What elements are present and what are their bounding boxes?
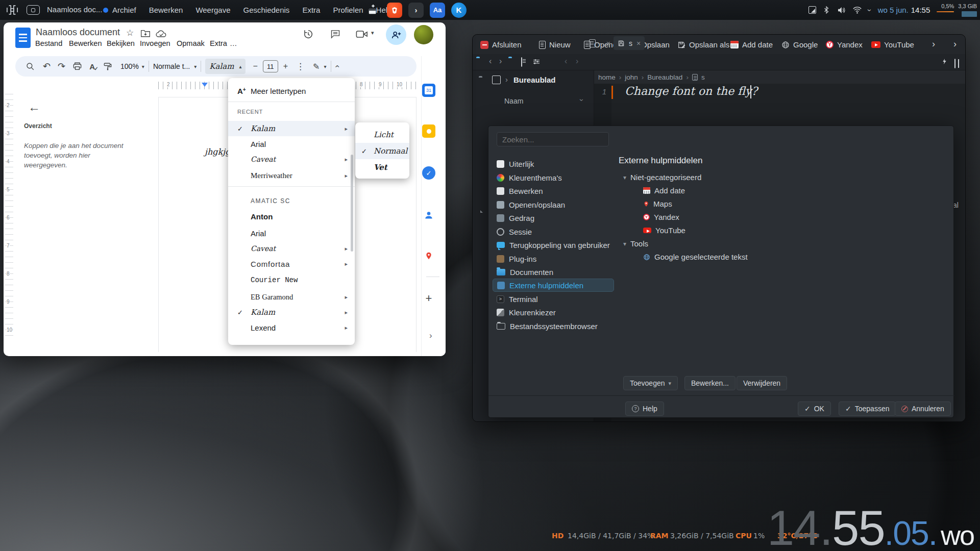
active-app-title[interactable]: Naamloos doc...	[47, 5, 102, 14]
font-item-arial-recent[interactable]: Arial	[228, 136, 355, 152]
expander-icon[interactable]: ▾	[623, 174, 626, 181]
move-to-folder-icon[interactable]	[140, 29, 151, 38]
nav-bestandssysteembrowser[interactable]: Bestandssysteembrowser	[493, 319, 614, 333]
editing-mode-pen-icon[interactable]: ✎	[313, 62, 320, 71]
font-item-amatic[interactable]: AMATIC SC	[228, 193, 355, 209]
font-size-value[interactable]: 11	[263, 60, 278, 72]
menu-opmaak[interactable]: Opmaak	[177, 39, 205, 47]
editing-mode-caret-icon[interactable]: ▾	[324, 64, 327, 69]
ok-button[interactable]: ✓ OK	[798, 402, 831, 416]
breadcrumb-john[interactable]: john	[625, 73, 638, 81]
nav-bewerken[interactable]: Bewerken	[493, 184, 614, 197]
apply-button[interactable]: ✓ Toepassen	[839, 402, 896, 416]
window-tiling-icon[interactable]	[6, 5, 18, 15]
video-caret-icon[interactable]: ▾	[371, 30, 374, 36]
dropdown-scrollbar[interactable]	[351, 155, 353, 252]
toolbar-overflow-chevron[interactable]: ›	[932, 39, 935, 49]
tree-item-maps[interactable]: Maps	[643, 199, 672, 208]
volume-icon[interactable]	[837, 6, 846, 15]
sort-filter-icon[interactable]	[532, 58, 541, 65]
yandex-tool-button[interactable]: Y Yandex	[826, 40, 863, 49]
google-docs-logo[interactable]	[15, 28, 31, 48]
tasks-app-icon[interactable]: ✓	[422, 166, 435, 180]
comments-icon[interactable]	[330, 29, 340, 39]
screenshot-tool-task-icon[interactable]	[365, 3, 381, 18]
save-as-button[interactable]: Opslaan als	[677, 40, 729, 49]
font-item-courier-new[interactable]: Courier New	[228, 272, 355, 288]
editor-text[interactable]: Change font on the fly?	[625, 85, 757, 97]
tabs-scroll-left-icon[interactable]: ‹	[565, 57, 567, 66]
calendar-app-icon[interactable]: 31	[422, 84, 435, 97]
nav-uiterlijk[interactable]: Uiterlijk	[493, 157, 614, 170]
split-view-icon[interactable]	[954, 59, 955, 68]
font-item-kalam-recent[interactable]: ✓ Kalam ▸	[228, 121, 355, 136]
font-item-eb-garamond[interactable]: EB Garamond ▸	[228, 289, 355, 305]
menu-profielen[interactable]: Profielen	[333, 6, 363, 14]
search-icon[interactable]	[26, 62, 35, 71]
tree-item-add-date[interactable]: Add date	[643, 186, 685, 195]
nav-plugins[interactable]: Plug-ins	[493, 252, 614, 265]
tree-item-yandex[interactable]: Y Yandex	[643, 213, 679, 221]
nav-externe-hulpmiddelen[interactable]: Externe hulpmiddelen	[493, 279, 614, 292]
sidebar-root-folder[interactable]: Bureaublad	[513, 76, 556, 84]
quick-open-lightning-icon[interactable]	[941, 58, 948, 65]
sort-direction-icon[interactable]: ›	[578, 99, 586, 102]
cloud-status-icon[interactable]	[156, 30, 167, 38]
tree-group-uncategorized[interactable]: ▾ Niet-gecategoriseerd	[623, 173, 701, 182]
nav-terugkoppeling[interactable]: Terugkoppeling van gebruiker	[493, 238, 614, 252]
forward-chevron-icon[interactable]: ›	[499, 57, 502, 66]
add-date-button[interactable]: Add date	[730, 40, 773, 49]
font-item-anton[interactable]: Anton	[228, 209, 355, 224]
new-document-button[interactable]: Nieuw	[539, 40, 571, 49]
nav-sessie[interactable]: Sessie	[493, 225, 614, 238]
close-outline-icon[interactable]: ←	[28, 100, 40, 114]
nav-documenten[interactable]: Documenten	[493, 265, 614, 279]
paint-format-icon[interactable]	[103, 62, 112, 71]
sidebar-column-header[interactable]: Naam	[504, 97, 523, 105]
tree-item-youtube[interactable]: YouTube	[643, 226, 685, 235]
breadcrumb-file-s[interactable]: s	[701, 73, 705, 81]
indent-marker[interactable]	[202, 83, 208, 87]
close-tab-icon[interactable]: ×	[636, 39, 641, 47]
undo-icon[interactable]: ↶	[43, 61, 51, 72]
more-fonts-item[interactable]: A+ Meer lettertypen	[228, 81, 355, 101]
bluetooth-icon[interactable]	[823, 6, 830, 14]
help-button[interactable]: ? Help	[625, 402, 664, 416]
close-tab-icon[interactable]: ×	[606, 39, 610, 47]
settings-search-input[interactable]	[497, 132, 609, 146]
contacts-app-icon[interactable]	[422, 208, 435, 221]
expander-icon[interactable]: ›	[505, 75, 508, 84]
tray-expand-chevron-icon[interactable]: ›	[866, 9, 874, 11]
paragraph-style-value[interactable]: Normale t...	[153, 62, 190, 70]
youtube-tool-button[interactable]: YouTube	[871, 40, 914, 49]
decrease-font-size-icon[interactable]: −	[253, 62, 257, 71]
remove-tool-button[interactable]: Verwijderen	[737, 376, 787, 390]
account-avatar[interactable]	[414, 25, 433, 44]
menu-bestand[interactable]: Bestand	[35, 39, 62, 47]
menu-bewerken[interactable]: Bewerken	[149, 6, 183, 14]
nav-openen-opslaan[interactable]: Openen/opslaan	[493, 198, 614, 211]
symbols-icon[interactable]	[521, 57, 522, 67]
more-options-kebab-icon[interactable]: ⋮	[296, 61, 305, 72]
kate-app-icon[interactable]: K	[451, 3, 467, 18]
menu-extra[interactable]: Extra	[302, 6, 320, 14]
system-monitor-widget[interactable]: 0,5% 3,3 GiB	[937, 4, 977, 17]
document-title[interactable]: Naamloos document	[36, 27, 120, 38]
hide-menus-chevron-icon[interactable]: ›	[332, 65, 341, 67]
tab-s[interactable]: s ×	[614, 36, 645, 50]
brave-browser-icon[interactable]	[387, 3, 402, 18]
star-icon[interactable]: ☆	[126, 28, 134, 38]
expander-icon[interactable]: ▾	[623, 240, 626, 247]
redo-icon[interactable]: ↷	[58, 61, 65, 72]
weight-licht[interactable]: Licht	[355, 127, 409, 143]
tabs-scroll-right-icon[interactable]: ›	[576, 57, 578, 66]
nav-kleurenkiezer[interactable]: Kleurenkiezer	[493, 306, 614, 319]
increase-font-size-icon[interactable]: +	[283, 62, 288, 71]
tab-untitled[interactable]: - ×	[585, 36, 615, 50]
keep-app-icon[interactable]	[422, 124, 435, 138]
menu-overflow-chevron[interactable]: ›	[953, 39, 957, 49]
add-tool-button[interactable]: Toevoegen ▾	[623, 376, 678, 390]
back-chevron-icon[interactable]: ‹	[489, 57, 492, 66]
spellcheck-icon[interactable]: A✓	[89, 62, 95, 71]
expand-side-panel-chevron[interactable]: ›	[429, 331, 432, 341]
